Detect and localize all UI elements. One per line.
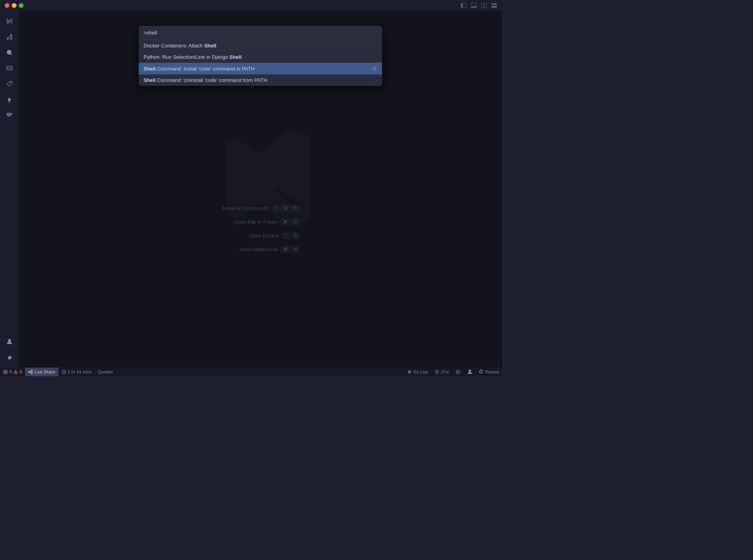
titlebar [0, 0, 502, 11]
svg-rect-7 [493, 3, 497, 5]
sidebar-item-settings[interactable] [2, 350, 16, 364]
editor-area: Show All Commands ⇧ ⌘ P Open File or Fol… [19, 11, 502, 368]
toggle-sidebar-icon[interactable] [460, 2, 467, 9]
svg-rect-1 [463, 3, 466, 8]
history-button[interactable] [452, 368, 464, 376]
reload-button[interactable]: Reload [476, 368, 502, 376]
command-results: Docker Containers: Attach Shell Python: … [139, 40, 382, 86]
sidebar-item-search[interactable] [2, 45, 16, 60]
command-item-0[interactable]: Docker Containers: Attach Shell [139, 40, 382, 51]
command-item-2-bold: Shell [144, 66, 156, 72]
svg-point-25 [29, 371, 30, 373]
command-item-0-bold: Shell [204, 43, 216, 49]
svg-point-21 [8, 339, 11, 342]
svg-rect-4 [481, 3, 484, 8]
timer-clock-icon [435, 370, 439, 374]
svg-point-26 [31, 370, 33, 372]
sidebar-item-explorer[interactable] [2, 14, 16, 28]
main-container: Show All Commands ⇧ ⌘ P Open File or Fol… [0, 11, 502, 368]
sidebar-item-run[interactable] [2, 92, 16, 107]
settings-gear-icon[interactable]: ⚙ [372, 65, 377, 72]
minimize-button[interactable] [12, 3, 16, 8]
toggle-panel-icon[interactable] [471, 2, 477, 9]
quokka-label: Quokka [98, 370, 113, 374]
svg-point-14 [7, 50, 11, 54]
command-item-3[interactable]: Shell Command: Uninstall 'code' command … [139, 74, 382, 86]
person-icon [467, 369, 473, 375]
svg-point-33 [409, 372, 410, 373]
error-x-icon [3, 370, 8, 374]
svg-line-32 [64, 372, 65, 372]
svg-rect-3 [471, 7, 477, 8]
split-editor-icon[interactable] [481, 2, 487, 9]
svg-point-19 [9, 101, 10, 102]
svg-point-9 [7, 38, 9, 40]
live-share-label: Live Share [35, 370, 55, 374]
command-item-2[interactable]: Shell Command: Install 'code' command in… [139, 63, 382, 74]
activity-bar-bottom [2, 335, 16, 364]
command-item-3-text: Shell Command: Uninstall 'code' command … [144, 77, 377, 83]
activity-bar [0, 11, 19, 368]
status-bar-right: Go Live 27m [404, 368, 502, 376]
status-bar-left: 0 0 Live Share 1 hr 14 mins [0, 368, 116, 376]
traffic-lights [5, 3, 24, 8]
titlebar-right [460, 2, 497, 9]
command-item-3-bold: Shell [144, 77, 156, 83]
go-live-label: Go Live [413, 370, 428, 374]
timer-indicator[interactable]: 27m [431, 368, 452, 376]
timer-label: 27m [441, 370, 449, 374]
sidebar-item-scm[interactable] [2, 30, 16, 44]
go-live-button[interactable]: Go Live [404, 368, 431, 376]
warning-icon [13, 370, 18, 374]
time-indicator[interactable]: 1 hr 14 mins [58, 368, 95, 376]
maximize-button[interactable] [19, 3, 24, 8]
svg-line-15 [11, 54, 12, 55]
reload-icon [479, 370, 484, 374]
command-item-2-text: Shell Command: Install 'code' command in… [144, 66, 372, 72]
command-palette-input[interactable] [144, 26, 377, 40]
command-item-0-text: Docker Containers: Attach Shell [144, 43, 377, 49]
command-palette: Docker Containers: Attach Shell Python: … [139, 26, 382, 86]
svg-point-17 [7, 68, 8, 69]
error-indicator[interactable]: 0 0 [0, 368, 25, 376]
reload-label: Reload [485, 370, 499, 374]
svg-rect-5 [484, 3, 487, 8]
person-button[interactable] [464, 368, 476, 376]
error-count: 0 [9, 370, 12, 374]
live-share-button[interactable]: Live Share [25, 368, 58, 376]
svg-rect-6 [491, 3, 493, 5]
time-label: 1 hr 14 mins [68, 370, 92, 374]
command-palette-overlay[interactable]: Docker Containers: Attach Shell Python: … [19, 11, 502, 368]
live-share-icon [28, 370, 33, 374]
quokka-indicator[interactable]: Quokka [95, 368, 116, 376]
broadcast-icon [407, 370, 412, 374]
sidebar-item-extensions[interactable] [2, 77, 16, 91]
clock-icon [62, 370, 66, 374]
status-bar: 0 0 Live Share 1 hr 14 mins [0, 368, 502, 376]
command-input-container [139, 26, 382, 40]
svg-point-11 [11, 38, 12, 40]
customize-layout-icon[interactable] [491, 2, 497, 9]
command-item-1-text: Python: Run Selection/Line in Django She… [144, 54, 377, 60]
svg-line-12 [8, 36, 11, 38]
warning-count: 0 [20, 370, 22, 374]
sidebar-item-remote[interactable] [2, 61, 16, 75]
command-item-1[interactable]: Python: Run Selection/Line in Django She… [139, 51, 382, 63]
sidebar-item-docker[interactable] [2, 108, 16, 122]
svg-point-27 [31, 372, 33, 374]
history-icon [455, 369, 461, 375]
sidebar-item-accounts[interactable] [2, 335, 16, 349]
svg-rect-0 [461, 3, 462, 8]
close-button[interactable] [5, 3, 9, 8]
svg-rect-2 [471, 3, 477, 6]
command-item-1-bold: Shell [229, 54, 242, 60]
svg-rect-8 [491, 6, 497, 8]
